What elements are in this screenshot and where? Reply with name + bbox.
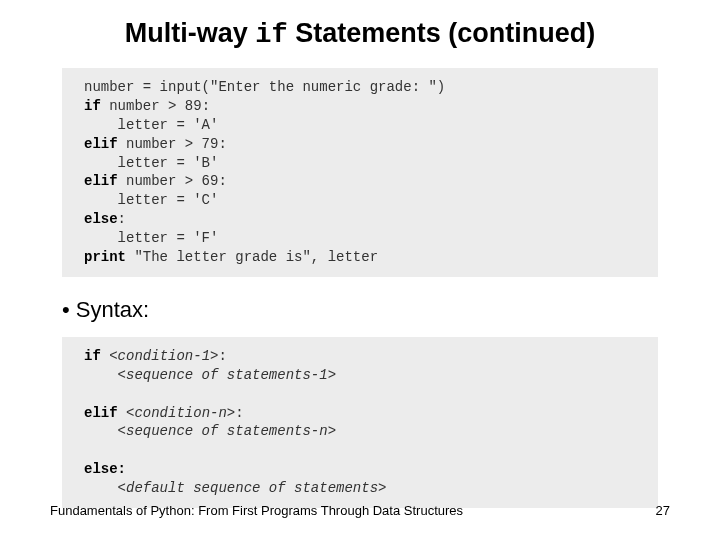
code-line: number > 89: bbox=[101, 98, 210, 114]
code-line: "The letter grade is", letter bbox=[126, 249, 378, 265]
code-keyword-print: print bbox=[84, 249, 126, 265]
code-example-grade: number = input("Enter the numeric grade:… bbox=[62, 68, 658, 277]
code-keyword-elif: elif bbox=[84, 405, 126, 421]
code-indent bbox=[84, 367, 118, 383]
code-placeholder: <condition-n> bbox=[126, 405, 235, 421]
code-line: number > 69: bbox=[118, 173, 227, 189]
code-line: letter = 'B' bbox=[84, 155, 218, 171]
page-number: 27 bbox=[656, 503, 670, 518]
code-keyword-if: if bbox=[84, 348, 109, 364]
footer: Fundamentals of Python: From First Progr… bbox=[50, 503, 670, 518]
code-line: letter = 'A' bbox=[84, 117, 218, 133]
code-indent bbox=[84, 480, 118, 496]
code-placeholder: <sequence of statements-1> bbox=[118, 367, 336, 383]
code-keyword-else: else bbox=[84, 211, 118, 227]
code-placeholder: <condition-1> bbox=[109, 348, 218, 364]
code-keyword-else: else: bbox=[84, 461, 126, 477]
title-code: if bbox=[255, 20, 287, 50]
code-placeholder: <default sequence of statements> bbox=[118, 480, 387, 496]
code-keyword-if: if bbox=[84, 98, 101, 114]
code-syntax-template: if <condition-1>: <sequence of statement… bbox=[62, 337, 658, 508]
slide: Multi-way if Statements (continued) numb… bbox=[0, 0, 720, 540]
bullet-syntax: • Syntax: bbox=[62, 297, 670, 323]
code-placeholder: <sequence of statements-n> bbox=[118, 423, 336, 439]
code-keyword-elif: elif bbox=[84, 136, 118, 152]
code-line: letter = 'C' bbox=[84, 192, 218, 208]
code-colon: : bbox=[218, 348, 226, 364]
code-line: number = input("Enter the numeric grade:… bbox=[84, 79, 445, 95]
title-post: Statements (continued) bbox=[288, 18, 596, 48]
footer-text: Fundamentals of Python: From First Progr… bbox=[50, 503, 463, 518]
code-colon: : bbox=[235, 405, 243, 421]
code-keyword-elif: elif bbox=[84, 173, 118, 189]
title-pre: Multi-way bbox=[125, 18, 256, 48]
code-line: number > 79: bbox=[118, 136, 227, 152]
slide-title: Multi-way if Statements (continued) bbox=[50, 18, 670, 50]
code-indent bbox=[84, 423, 118, 439]
code-line: : bbox=[118, 211, 126, 227]
code-line: letter = 'F' bbox=[84, 230, 218, 246]
